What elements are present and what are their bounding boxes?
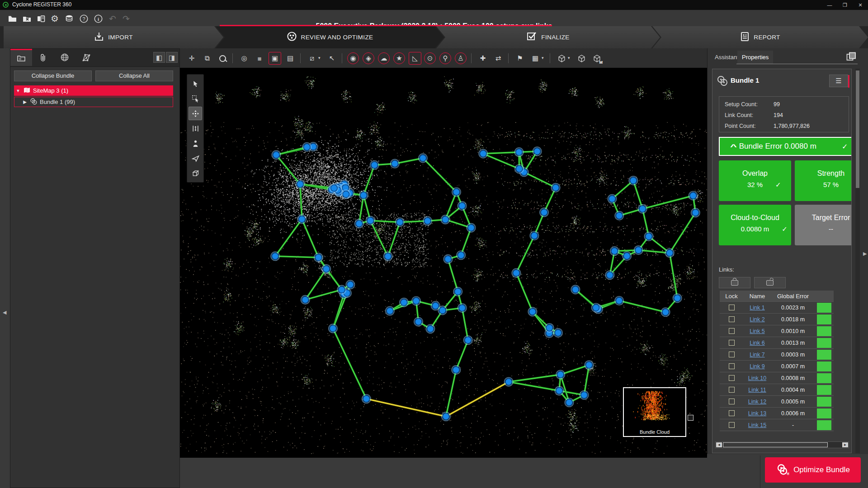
- pick-tool-icon[interactable]: ↖: [326, 52, 338, 65]
- bundle-cloud-thumbnail[interactable]: Bundle Cloud: [623, 387, 686, 437]
- select-tool-icon[interactable]: [189, 77, 202, 90]
- tab-import[interactable]: IMPORT: [4, 26, 223, 48]
- link-row[interactable]: Link 2 0.0018 m: [720, 314, 834, 325]
- expand-arrow-icon[interactable]: ▼: [14, 89, 22, 93]
- lock-checkbox[interactable]: [729, 422, 735, 428]
- link-row[interactable]: Link 5 0.0010 m: [720, 325, 834, 337]
- tree-item-bundle[interactable]: ▶ Bundle 1 (99): [14, 97, 173, 107]
- bubble-view-icon[interactable]: ◎: [238, 52, 250, 65]
- link-name[interactable]: Link 9: [750, 363, 764, 370]
- optimize-bundle-button[interactable]: ✳ Optimize Bundle: [765, 457, 861, 483]
- link-row[interactable]: Link 9 0.0007 m: [720, 361, 834, 372]
- link-row[interactable]: Link 6 0.0013 m: [720, 337, 834, 349]
- section-box-tool-icon[interactable]: [189, 166, 202, 180]
- link-name[interactable]: Link 1: [750, 305, 764, 311]
- link-row[interactable]: Link 12 0.0005 m: [720, 396, 834, 408]
- hscroll-thumb[interactable]: [723, 442, 828, 447]
- landmark-tool-icon[interactable]: ★: [393, 52, 405, 64]
- link-row[interactable]: Link 7 0.0003 m: [720, 349, 834, 361]
- tab-finalize[interactable]: FINALIZE: [436, 26, 660, 48]
- camera-tool-icon[interactable]: ⊙: [424, 52, 436, 64]
- lock-checkbox[interactable]: [729, 316, 735, 322]
- cube-view-icon[interactable]: [555, 52, 568, 65]
- lock-checkbox[interactable]: [729, 410, 735, 416]
- lock-checkbox[interactable]: [729, 399, 735, 404]
- maximize-button[interactable]: ❐: [837, 0, 853, 10]
- collapse-bundle-button[interactable]: Collapse Bundle: [14, 70, 92, 81]
- tab-review-and-optimize[interactable]: REVIEW AND OPTIMIZE: [216, 26, 444, 48]
- lock-checkbox[interactable]: [729, 340, 735, 346]
- link-name[interactable]: Link 13: [748, 410, 766, 417]
- dock-right-icon[interactable]: ◨: [166, 52, 178, 63]
- collapse-all-button[interactable]: Collapse All: [95, 70, 173, 81]
- pan-object-icon[interactable]: ✛: [185, 52, 198, 65]
- link-row[interactable]: Link 20 0.0006 m: [720, 431, 834, 432]
- lock-links-button[interactable]: [719, 277, 750, 288]
- tab-report[interactable]: REPORT: [652, 26, 868, 48]
- collapse-left-panel-handle[interactable]: ◀: [3, 310, 6, 315]
- link-name[interactable]: Link 5: [750, 328, 764, 334]
- zoom-fit-icon[interactable]: [216, 52, 229, 65]
- link-row[interactable]: Link 10 0.0008 m: [720, 372, 834, 384]
- minimize-button[interactable]: —: [822, 0, 837, 10]
- tab-attachments[interactable]: [32, 49, 54, 66]
- smart-cloud-tool-icon[interactable]: ☁: [378, 52, 390, 64]
- bundle-error-banner[interactable]: ^ Bundle Error 0.0080 m ✓: [719, 137, 852, 156]
- measure-tool-dropdown-icon[interactable]: ▾: [318, 56, 321, 60]
- link-name[interactable]: Link 7: [750, 352, 764, 358]
- collapse-arrow-icon[interactable]: ▶: [21, 99, 29, 104]
- pano-view-icon[interactable]: ▣: [269, 52, 281, 65]
- unlock-links-button[interactable]: [754, 277, 786, 288]
- quick-measure-tool-icon[interactable]: ◺: [409, 52, 421, 65]
- link-name[interactable]: Link 15: [748, 422, 766, 428]
- lock-checkbox[interactable]: [729, 387, 735, 393]
- link-row[interactable]: Link 15 -: [720, 419, 834, 431]
- solid-view-icon[interactable]: ■: [253, 52, 266, 65]
- orbit-move-tool-icon[interactable]: [189, 107, 202, 120]
- image-view-icon[interactable]: ▤: [284, 52, 297, 65]
- transform-setup-icon[interactable]: ✚: [476, 52, 489, 65]
- link-name[interactable]: Link 2: [750, 316, 764, 323]
- lock-checkbox[interactable]: [729, 375, 735, 381]
- bundle-list-button[interactable]: ☰: [829, 75, 848, 87]
- lock-checkbox[interactable]: [729, 305, 735, 310]
- collapse-right-panel-handle[interactable]: ▶: [863, 251, 867, 257]
- finalize-flag-icon[interactable]: ⚑: [514, 52, 526, 65]
- elevation-tool-icon[interactable]: [189, 122, 202, 135]
- links-hscrollbar[interactable]: ◄ ►: [715, 441, 849, 448]
- panel-layout-icon[interactable]: [843, 50, 859, 63]
- target-tool-icon[interactable]: ◉: [347, 52, 359, 64]
- tab-sitemap-view[interactable]: [75, 49, 97, 66]
- link-name[interactable]: Link 6: [750, 340, 764, 346]
- lock-checkbox[interactable]: [729, 328, 735, 334]
- lock-checkbox[interactable]: [729, 363, 735, 369]
- link-row[interactable]: Link 1 0.0023 m: [720, 302, 834, 314]
- tab-properties[interactable]: Properties: [737, 51, 773, 64]
- scroll-right-icon[interactable]: ►: [842, 442, 848, 447]
- measure-tool-icon[interactable]: ⧄: [306, 52, 318, 65]
- tab-geo-view[interactable]: [54, 49, 75, 66]
- link-row[interactable]: Link 13 0.0006 m: [720, 408, 834, 419]
- select-box-tool-icon[interactable]: [189, 92, 202, 105]
- grid-view-icon[interactable]: ▦: [529, 52, 542, 65]
- cube-history-icon[interactable]: [575, 52, 588, 65]
- link-name[interactable]: Link 10: [748, 375, 766, 381]
- geotag-tool-icon[interactable]: ⚲: [439, 52, 451, 64]
- thumbnail-expand-icon[interactable]: [688, 415, 693, 421]
- close-button[interactable]: ✕: [853, 0, 868, 10]
- fly-tool-icon[interactable]: [189, 151, 202, 165]
- grid-view-dropdown-icon[interactable]: ▾: [542, 56, 544, 60]
- cube-measure-icon[interactable]: M: [590, 52, 603, 65]
- tab-project-tree[interactable]: [10, 49, 32, 66]
- link-name[interactable]: Link 12: [748, 399, 766, 405]
- link-name[interactable]: Link 11: [748, 387, 766, 393]
- lock-checkbox[interactable]: [729, 352, 735, 357]
- link-row[interactable]: Link 11 0.0004 m: [720, 384, 834, 396]
- visual-link-tool-icon[interactable]: ♙: [455, 52, 467, 64]
- person-view-tool-icon[interactable]: [189, 136, 202, 150]
- dock-left-icon[interactable]: ◧: [153, 52, 165, 63]
- tree-item-sitemap[interactable]: ▼ SiteMap 3 (1): [14, 85, 173, 96]
- cube-view-dropdown-icon[interactable]: ▾: [568, 56, 570, 60]
- vscroll-thumb[interactable]: [856, 70, 859, 188]
- move-setup-icon[interactable]: ⇄: [492, 52, 505, 65]
